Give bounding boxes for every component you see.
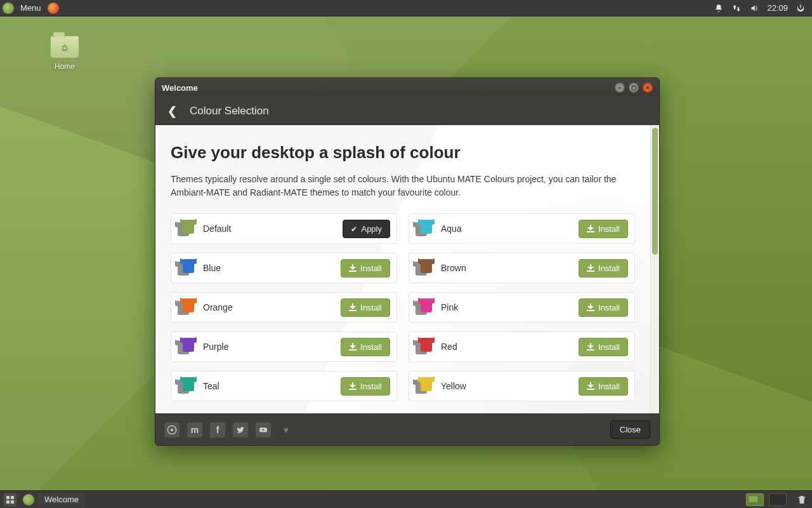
theme-shirt-icon — [416, 338, 435, 356]
youtube-link-icon[interactable] — [256, 422, 271, 438]
window-minimize-button[interactable]: – — [615, 83, 625, 93]
taskbar-item-label: Welcome — [44, 495, 79, 504]
folder-icon: ⌂ — [50, 36, 79, 58]
theme-card-blue: BlueInstall — [171, 253, 397, 283]
theme-card-yellow: YellowInstall — [409, 371, 635, 401]
install-button[interactable]: Install — [579, 377, 628, 396]
theme-card-brown: BrownInstall — [409, 253, 635, 283]
theme-card-aqua: AquaInstall — [409, 213, 635, 244]
install-button[interactable]: Install — [341, 298, 390, 317]
theme-label: Purple — [203, 342, 228, 352]
install-button[interactable]: Install — [579, 259, 628, 277]
top-panel: Menu 22:09 — [0, 0, 812, 17]
workspace-1[interactable] — [746, 493, 764, 506]
theme-shirt-icon — [178, 338, 197, 356]
header-title: Colour Selection — [190, 105, 269, 117]
firefox-launcher-icon[interactable] — [48, 3, 59, 14]
twitter-link-icon[interactable] — [233, 422, 248, 438]
theme-label: Pink — [441, 302, 458, 312]
svg-point-1 — [171, 429, 173, 431]
svg-rect-5 — [6, 500, 10, 504]
svg-rect-3 — [6, 496, 10, 499]
theme-shirt-icon — [178, 220, 197, 237]
workspace-window-indicator — [749, 496, 757, 502]
theme-shirt-icon — [416, 259, 435, 277]
install-button[interactable]: Install — [579, 298, 628, 317]
scrollbar-thumb[interactable] — [652, 128, 658, 255]
theme-shirt-icon — [178, 298, 197, 316]
install-button[interactable]: Install — [341, 377, 390, 396]
theme-shirt-icon — [178, 377, 197, 395]
theme-card-orange: OrangeInstall — [171, 292, 397, 323]
bottom-panel: Welcome — [0, 490, 812, 508]
download-icon — [587, 343, 594, 351]
notifications-icon[interactable] — [714, 3, 724, 13]
home-folder-icon[interactable]: ⌂ Home — [39, 36, 90, 71]
system-tray: 22:09 — [714, 3, 809, 13]
back-button[interactable]: ❮ — [166, 104, 178, 118]
theme-grid: DefaultApplyAquaInstallBlueInstallBrownI… — [171, 213, 635, 401]
volume-icon[interactable] — [749, 3, 759, 13]
menu-button[interactable]: Menu — [18, 3, 44, 13]
content-area: Give your desktop a splash of colour The… — [155, 125, 650, 413]
taskbar-item-welcome[interactable]: Welcome — [38, 493, 85, 506]
mastodon-link-icon[interactable]: m — [187, 422, 202, 438]
workspace-2[interactable] — [769, 493, 787, 506]
theme-shirt-icon — [416, 377, 435, 395]
download-icon — [349, 382, 357, 390]
network-icon[interactable] — [731, 3, 742, 13]
window-titlebar[interactable]: Welcome – ▢ × — [155, 78, 659, 97]
theme-label: Red — [441, 342, 457, 352]
check-icon — [351, 224, 357, 234]
window-title: Welcome — [162, 83, 198, 93]
trash-icon[interactable] — [796, 493, 808, 506]
install-button[interactable]: Install — [341, 259, 390, 277]
page-description: Themes typically resolve around a single… — [171, 173, 627, 199]
donate-heart-icon[interactable]: ♥ — [278, 422, 294, 438]
download-icon — [349, 304, 357, 311]
apply-button[interactable]: Apply — [343, 220, 390, 238]
install-button[interactable]: Install — [579, 220, 628, 238]
theme-shirt-icon — [178, 259, 197, 277]
clock[interactable]: 22:09 — [767, 3, 788, 13]
page-heading: Give your desktop a splash of colour — [171, 143, 635, 163]
install-button[interactable]: Install — [579, 338, 628, 356]
home-folder-label: Home — [39, 62, 90, 71]
show-desktop-button[interactable] — [4, 493, 16, 506]
app-header: ❮ Colour Selection — [155, 97, 659, 125]
theme-card-pink: PinkInstall — [409, 292, 635, 323]
theme-label: Teal — [203, 381, 219, 391]
theme-label: Orange — [203, 302, 233, 312]
vertical-scrollbar[interactable] — [650, 125, 659, 413]
download-icon — [349, 343, 357, 351]
welcome-window: Welcome – ▢ × ❮ Colour Selection Give yo… — [155, 77, 660, 446]
theme-label: Aqua — [441, 224, 462, 234]
theme-shirt-icon — [416, 220, 435, 237]
theme-label: Default — [203, 224, 231, 234]
mate-menu-icon[interactable] — [23, 494, 34, 505]
theme-label: Yellow — [441, 381, 466, 391]
theme-card-red: RedInstall — [409, 331, 635, 362]
mate-logo-icon[interactable] — [3, 3, 14, 14]
window-maximize-button[interactable]: ▢ — [629, 83, 639, 93]
theme-card-default: DefaultApply — [171, 213, 397, 244]
theme-label: Blue — [203, 263, 221, 273]
close-button[interactable]: Close — [610, 420, 650, 439]
theme-shirt-icon — [416, 298, 435, 316]
download-icon — [587, 225, 594, 232]
download-icon — [587, 382, 594, 390]
theme-card-purple: PurpleInstall — [171, 331, 397, 362]
svg-rect-4 — [11, 496, 14, 499]
facebook-link-icon[interactable]: f — [210, 422, 225, 438]
download-icon — [349, 264, 357, 272]
power-icon[interactable] — [796, 3, 806, 13]
window-close-button[interactable]: × — [643, 83, 653, 93]
svg-rect-6 — [11, 500, 14, 504]
ubuntu-mate-link-icon[interactable] — [164, 422, 180, 438]
download-icon — [587, 304, 594, 311]
theme-label: Brown — [441, 263, 466, 273]
install-button[interactable]: Install — [341, 338, 390, 356]
app-footer: m f ♥ Close — [155, 413, 659, 445]
download-icon — [587, 264, 594, 272]
theme-card-teal: TealInstall — [171, 371, 397, 401]
